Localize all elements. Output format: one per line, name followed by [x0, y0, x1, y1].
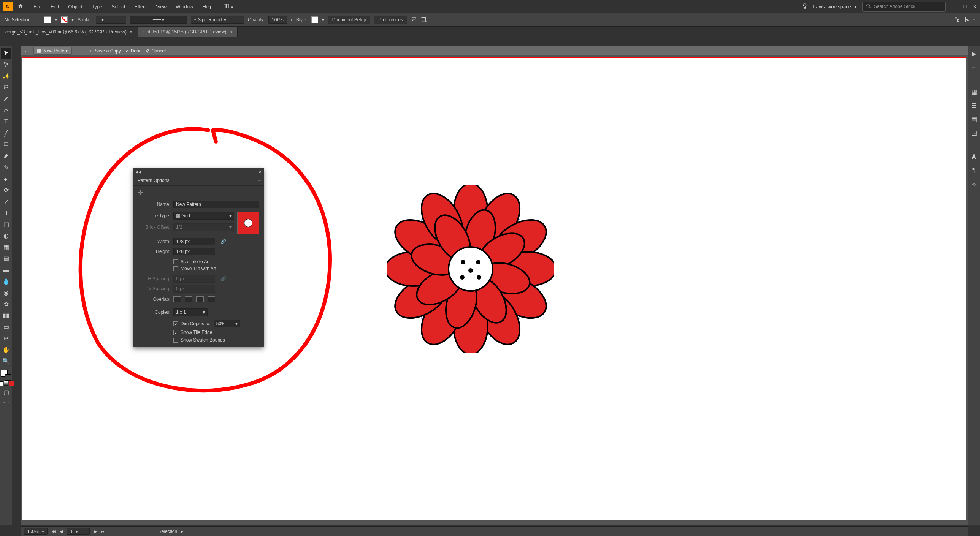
zoom-level[interactable]: 150% ▾ — [24, 528, 48, 535]
back-icon[interactable]: ← — [24, 48, 29, 54]
menu-view[interactable]: View — [152, 2, 170, 11]
close-tab-icon[interactable]: × — [229, 29, 232, 35]
show-tile-edge-checkbox[interactable]: Show Tile Edge — [173, 330, 212, 335]
paragraph-panel-icon[interactable]: ¶ — [970, 167, 978, 175]
artboard-number[interactable]: 1 ▾ — [67, 528, 90, 535]
panel-tab[interactable]: Pattern Options — [133, 176, 174, 186]
menu-help[interactable]: Help — [199, 2, 216, 11]
paintbrush-tool[interactable] — [1, 151, 11, 161]
arrange-documents-icon[interactable]: ▾ — [223, 3, 234, 10]
pen-tool[interactable] — [1, 94, 11, 104]
search-adobe-stock[interactable]: Search Adobe Stock — [862, 2, 946, 12]
play-icon[interactable]: ▶ — [970, 49, 978, 58]
pattern-tile-tool-icon[interactable] — [138, 190, 144, 197]
lightbulb-icon[interactable] — [802, 3, 808, 10]
prefs-flyout-icon[interactable]: ┣▸ — [964, 17, 969, 22]
overlap-top[interactable] — [196, 296, 204, 302]
copies-select[interactable]: 1 x 1▾ — [173, 308, 208, 316]
tile-type-select[interactable]: ▦ Grid▾ — [173, 212, 234, 220]
zoom-tool[interactable]: 🔍 — [1, 355, 11, 366]
stroke-swatch[interactable] — [61, 16, 68, 23]
pattern-options-panel[interactable]: ◀◀ × Pattern Options ≡ Name: New Pattern — [133, 168, 264, 347]
artboard-tool[interactable]: ▭ — [1, 321, 11, 332]
brush-definition[interactable]: • 3 pt. Round ▾ — [191, 16, 244, 24]
move-tile-checkbox[interactable]: Move Tile with Art — [173, 266, 216, 271]
done-link[interactable]: ✓Done — [126, 48, 142, 54]
close-window-button[interactable]: ✕ — [973, 4, 977, 10]
shape-builder-tool[interactable]: ◐ — [1, 230, 11, 241]
direct-selection-tool[interactable] — [1, 59, 11, 70]
properties-panel-icon[interactable]: ≡ — [970, 63, 978, 71]
workspace-switcher[interactable]: travis_workspace ▾ — [809, 4, 861, 10]
character-panel-icon[interactable]: A — [970, 153, 978, 161]
hand-tool[interactable]: ✋ — [1, 344, 11, 355]
perspective-grid-tool[interactable]: ▦ — [1, 242, 11, 252]
overlap-left[interactable] — [173, 296, 181, 302]
menu-edit[interactable]: Edit — [47, 2, 63, 11]
asset-export-icon[interactable]: ◲ — [970, 128, 978, 137]
panel-menu-icon[interactable]: ≡ — [255, 178, 264, 184]
shaper-tool[interactable]: ✎ — [1, 162, 11, 173]
lasso-tool[interactable] — [1, 82, 11, 93]
save-a-copy-link[interactable]: ＋Save a Copy — [89, 48, 121, 54]
transform-icon[interactable] — [421, 16, 427, 24]
first-artboard-icon[interactable]: ⏮ — [51, 529, 56, 534]
maximize-button[interactable]: ❐ — [963, 4, 967, 10]
cancel-link[interactable]: ⊘Cancel — [146, 48, 165, 54]
name-input[interactable]: New Pattern — [173, 201, 259, 208]
close-panel-icon[interactable]: × — [259, 170, 261, 175]
screen-mode[interactable]: ▢ — [1, 387, 11, 397]
width-input[interactable]: 128 px — [173, 238, 215, 246]
layers-icon[interactable]: ▤ — [970, 115, 978, 123]
mesh-tool[interactable]: ▤ — [1, 253, 11, 264]
close-tab-icon[interactable]: × — [130, 29, 132, 35]
slice-tool[interactable]: ✂ — [1, 333, 11, 343]
size-tile-checkbox[interactable]: Size Tile to Art — [173, 259, 210, 265]
color-mode-row[interactable] — [0, 381, 14, 386]
opacity-flyout[interactable]: › — [291, 17, 292, 22]
blend-tool[interactable]: ◉ — [1, 287, 11, 298]
dim-copies-checkbox[interactable]: Dim Copies to: — [173, 321, 211, 326]
glyphs-panel-icon[interactable]: ✧ — [970, 180, 978, 189]
canvas[interactable]: ◀◀ × Pattern Options ≡ Name: New Pattern — [21, 57, 968, 525]
edit-toolbar[interactable]: ⋯ — [1, 398, 11, 406]
document-tab[interactable]: corgis_v3_task_flow_v01.ai @ 66.67% (RGB… — [0, 27, 138, 37]
stroke-weight[interactable]: ▾ — [96, 16, 126, 24]
symbol-sprayer-tool[interactable]: ✿ — [1, 298, 11, 309]
column-graph-tool[interactable]: ▮▮ — [1, 310, 11, 320]
variable-width-profile[interactable]: ━━━ ▾ — [130, 16, 187, 24]
width-tool[interactable]: ⫞ — [1, 208, 11, 218]
dim-copies-value[interactable]: 50%▾ — [214, 320, 240, 327]
menu-select[interactable]: Select — [108, 2, 129, 11]
eyedropper-tool[interactable]: 💧 — [1, 276, 11, 286]
style-swatch[interactable] — [311, 16, 318, 23]
curvature-tool[interactable] — [1, 105, 11, 116]
free-transform-tool[interactable]: ◱ — [1, 219, 11, 230]
last-artboard-icon[interactable]: ⏭ — [101, 529, 105, 534]
document-tab-active[interactable]: Untitled-1* @ 150% (RGB/GPU Preview) × — [138, 27, 238, 37]
menu-type[interactable]: Type — [88, 2, 106, 11]
home-icon[interactable] — [18, 3, 24, 10]
libraries-icon[interactable]: ☰ — [970, 101, 978, 109]
status-flyout-icon[interactable]: ▸ — [181, 529, 183, 534]
selection-tool[interactable] — [1, 48, 11, 59]
height-input[interactable]: 128 px — [173, 248, 215, 255]
preferences-button[interactable]: Preferences — [374, 16, 407, 24]
document-setup-button[interactable]: Document Setup — [328, 16, 370, 24]
scale-tool[interactable]: ⤢ — [1, 196, 11, 207]
eraser-tool[interactable] — [1, 173, 11, 184]
line-tool[interactable]: ╱ — [1, 128, 11, 138]
panel-menu-icon[interactable]: ≡ — [973, 17, 975, 22]
opacity-value[interactable]: 100% — [268, 16, 287, 24]
grid-panel-icon[interactable]: ▦ — [970, 87, 978, 96]
fill-stroke-control[interactable] — [1, 370, 11, 381]
next-artboard-icon[interactable]: ▶ — [94, 529, 97, 534]
snap-icon[interactable] — [954, 16, 960, 24]
menu-window[interactable]: Window — [172, 2, 197, 11]
prev-artboard-icon[interactable]: ◀ — [60, 529, 63, 534]
overlap-bottom[interactable] — [208, 296, 215, 302]
type-tool[interactable]: T — [1, 116, 11, 127]
menu-effect[interactable]: Effect — [130, 2, 151, 11]
fill-swatch[interactable] — [44, 16, 51, 23]
rectangle-tool[interactable] — [1, 139, 11, 150]
